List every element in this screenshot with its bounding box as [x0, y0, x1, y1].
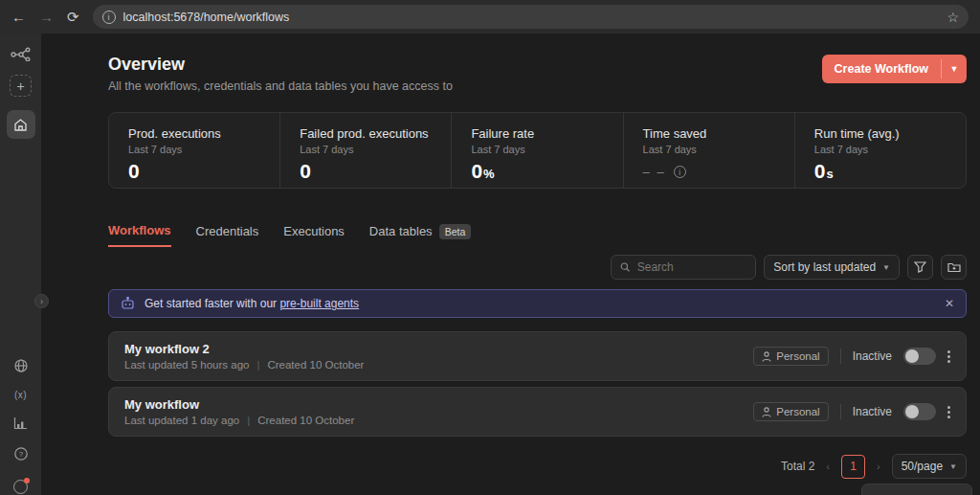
row-menu-icon[interactable]	[947, 350, 950, 363]
prebuilt-agents-link[interactable]: pre-built agents	[279, 297, 359, 310]
new-folder-button[interactable]	[941, 255, 967, 280]
workflow-row[interactable]: My workflow Last updated 1 day ago | Cre…	[108, 387, 967, 437]
prev-page-icon[interactable]: ‹	[826, 461, 830, 472]
stat-label: Prod. executions	[128, 126, 260, 141]
stat-prod-executions: Prod. executions Last 7 days 0	[109, 113, 279, 188]
status-label: Inactive	[853, 349, 892, 363]
banner-text: Get started faster with our pre-built ag…	[145, 297, 359, 310]
stat-time-saved: Time saved Last 7 days – – i	[623, 113, 794, 188]
stat-value: 0	[300, 160, 432, 183]
sidebar-expand-button[interactable]: ›	[34, 294, 49, 308]
forward-icon[interactable]: →	[39, 10, 54, 24]
title-block: Overview All the workflows, credentials …	[108, 55, 453, 93]
workflow-list: My workflow 2 Last updated 5 hours ago |…	[108, 331, 967, 437]
toggle-knob	[905, 405, 919, 418]
whats-new-icon[interactable]	[12, 478, 30, 491]
divider	[840, 349, 841, 364]
divider	[840, 404, 841, 419]
owner-badge: Personal	[753, 347, 828, 366]
create-workflow-button[interactable]: Create Workflow ▼	[822, 55, 967, 83]
toggle-knob	[905, 349, 919, 363]
main-content: Overview All the workflows, credentials …	[41, 34, 980, 495]
url-text[interactable]: localhost:5678/home/workflows	[123, 11, 940, 24]
stat-failure-rate: Failure rate Last 7 days 0%	[451, 113, 622, 188]
sidebar-item-home[interactable]	[7, 110, 35, 139]
help-icon[interactable]: ?	[13, 446, 29, 461]
chevron-down-icon: ▼	[882, 263, 890, 272]
screen: ← → ⟳ i localhost:5678/home/workflows ☆ …	[0, 0, 980, 495]
workflow-meta: Last updated 5 hours ago | Created 10 Oc…	[124, 359, 364, 371]
owner-badge: Personal	[753, 402, 828, 421]
stat-label: Failure rate	[471, 126, 603, 141]
person-icon	[762, 407, 771, 417]
stat-period: Last 7 days	[471, 144, 603, 155]
stat-period: Last 7 days	[300, 144, 432, 155]
home-icon	[13, 118, 28, 132]
search-box[interactable]	[611, 255, 756, 280]
status-label: Inactive	[853, 405, 892, 418]
list-toolbar: Sort by last updated ▼	[108, 255, 967, 280]
stat-value: 0	[128, 160, 260, 183]
filter-button[interactable]	[907, 255, 933, 280]
stats-strip: Prod. executions Last 7 days 0 Failed pr…	[108, 112, 967, 189]
create-workflow-label[interactable]: Create Workflow	[822, 55, 941, 83]
stat-period: Last 7 days	[128, 144, 260, 155]
next-page-icon[interactable]: ›	[877, 461, 880, 472]
insights-icon[interactable]	[13, 416, 28, 430]
bookmark-star-icon[interactable]: ☆	[947, 10, 959, 25]
workflow-controls: Personal Inactive	[753, 347, 950, 366]
stat-run-time: Run time (avg.) Last 7 days 0s	[794, 113, 966, 188]
browser-toolbar: ← → ⟳ i localhost:5678/home/workflows ☆	[0, 0, 980, 34]
tab-bar: Workflows Credentials Executions Data ta…	[108, 223, 967, 247]
workflow-info: My workflow Last updated 1 day ago | Cre…	[124, 397, 354, 426]
svg-text:?: ?	[18, 450, 23, 459]
stat-label: Time saved	[643, 126, 775, 141]
active-toggle[interactable]	[903, 348, 936, 365]
info-icon[interactable]: i	[674, 166, 686, 178]
new-workflow-button[interactable]: +	[10, 75, 32, 97]
beta-badge: Beta	[439, 224, 472, 239]
row-menu-icon[interactable]	[947, 406, 950, 418]
stat-period: Last 7 days	[814, 144, 947, 155]
back-icon[interactable]: ←	[11, 10, 26, 24]
address-bar[interactable]: i localhost:5678/home/workflows ☆	[93, 5, 969, 29]
page-header: Overview All the workflows, credentials …	[108, 55, 967, 93]
variables-icon[interactable]: (x)	[14, 390, 27, 400]
page-number[interactable]: 1	[841, 455, 865, 479]
reload-icon[interactable]: ⟳	[67, 10, 79, 24]
app-window: + › (x)	[0, 34, 980, 495]
search-input[interactable]	[637, 260, 747, 274]
workflow-name: My workflow 2	[124, 342, 364, 356]
tab-data-tables[interactable]: Data tables Beta	[369, 224, 471, 247]
active-toggle[interactable]	[903, 403, 936, 420]
workflow-row[interactable]: My workflow 2 Last updated 5 hours ago |…	[108, 331, 967, 381]
tab-credentials[interactable]: Credentials	[196, 224, 259, 246]
stat-period: Last 7 days	[643, 144, 775, 155]
sidebar: + › (x)	[0, 34, 41, 495]
workflow-name: My workflow	[124, 397, 354, 412]
workflow-controls: Personal Inactive	[753, 402, 950, 421]
prebuilt-agents-banner: Get started faster with our pre-built ag…	[108, 289, 967, 318]
toast-edge	[861, 484, 972, 495]
tab-executions[interactable]: Executions	[283, 224, 345, 246]
total-count: Total 2	[781, 460, 814, 473]
site-info-icon[interactable]: i	[102, 11, 116, 24]
sort-dropdown[interactable]: Sort by last updated ▼	[764, 255, 900, 280]
stat-label: Failed prod. executions	[300, 126, 432, 141]
chevron-down-icon[interactable]: ▼	[942, 55, 967, 83]
workflow-meta: Last updated 1 day ago | Created 10 Octo…	[124, 415, 354, 426]
chevron-down-icon: ▼	[949, 462, 957, 471]
close-icon[interactable]: ✕	[945, 297, 954, 310]
robot-icon	[121, 297, 135, 310]
notification-dot	[24, 478, 30, 484]
page-size-dropdown[interactable]: 50/page ▼	[892, 454, 967, 479]
stat-failed-executions: Failed prod. executions Last 7 days 0	[279, 113, 451, 188]
tab-workflows[interactable]: Workflows	[108, 223, 171, 247]
filter-icon	[914, 261, 926, 273]
folder-plus-icon	[947, 261, 961, 273]
stat-value: – – i	[643, 165, 775, 179]
templates-icon[interactable]	[13, 358, 29, 373]
stat-value: 0s	[814, 160, 947, 183]
page-subtitle: All the workflows, credentials and data …	[108, 79, 453, 93]
sidebar-bottom: (x) ?	[0, 358, 41, 495]
